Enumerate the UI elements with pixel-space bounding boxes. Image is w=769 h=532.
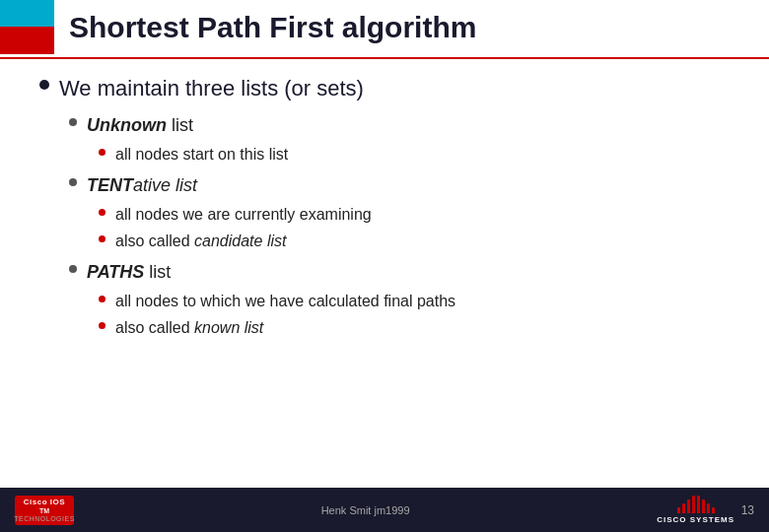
tentative-sub1-dot: [99, 209, 105, 216]
unknown-sub1-text: all nodes start on this list: [115, 143, 288, 166]
tentative-sub1-text: all nodes we are currently examining: [115, 203, 372, 227]
tentative-sub1: all nodes we are currently examining: [99, 203, 749, 227]
bottom-bar: Cisco IOS TM TECHNOLOGIES Henk Smit jm19…: [0, 488, 769, 532]
technologies-text: TECHNOLOGIES: [14, 515, 75, 522]
bridge-bar-6: [702, 499, 705, 513]
slide: Shortest Path First algorithm We maintai…: [0, 0, 769, 532]
section-unknown: Unknown list all nodes start on this lis…: [39, 112, 749, 166]
accent-top-blue: [0, 0, 54, 27]
bridge-bar-5: [697, 496, 700, 513]
unknown-dot: [69, 118, 77, 126]
accent-bottom-red: [0, 27, 54, 54]
footer-copyright: Henk Smit jm1999: [74, 504, 657, 516]
paths-dot: [69, 265, 77, 273]
copyright-text: Henk Smit jm1999: [321, 504, 410, 516]
cisco-ios-logo: Cisco IOS TM TECHNOLOGIES: [15, 496, 74, 525]
paths-sub2-dot: [99, 322, 105, 329]
bridge-bar-1: [677, 507, 680, 513]
bridge-bar-2: [682, 503, 685, 513]
paths-sub1: all nodes to which we have calculated fi…: [99, 290, 749, 313]
tentative-sub2: also called candidate list: [99, 230, 749, 253]
tentative-label: TENTative list: [87, 172, 197, 199]
tm-symbol: TM: [39, 507, 49, 514]
bridge-bar-7: [707, 503, 710, 513]
cisco-text: Cisco IOS: [24, 498, 65, 506]
cisco-bridge-icon: [677, 496, 715, 513]
paths-sub1-dot: [99, 296, 105, 302]
bridge-bar-8: [712, 507, 715, 513]
cisco-systems-logo: CISCO SYSTEMS: [657, 496, 734, 524]
content-area: We maintain three lists (or sets) Unknow…: [39, 74, 749, 473]
main-bullet-dot: [39, 80, 49, 90]
bridge-bar-4: [692, 496, 695, 513]
tentative-sub2-text: also called candidate list: [115, 230, 286, 253]
page-number: 13: [734, 503, 754, 517]
left-accent-decoration: [0, 0, 54, 54]
paths-sub1-text: all nodes to which we have calculated fi…: [115, 290, 455, 313]
unknown-sub1: all nodes start on this list: [99, 143, 749, 166]
section-tentative: TENTative list all nodes we are currentl…: [39, 172, 749, 253]
slide-title: Shortest Path First algorithm: [69, 10, 749, 45]
paths-label: PATHS list: [87, 259, 171, 286]
bridge-bar-3: [687, 499, 690, 513]
unknown-sub1-dot: [99, 149, 105, 156]
section-paths: PATHS list all nodes to which we have ca…: [39, 259, 749, 340]
cisco-ios-inner: Cisco IOS TM TECHNOLOGIES: [14, 498, 75, 522]
paths-sub2: also called known list: [99, 316, 749, 340]
main-bullet: We maintain three lists (or sets): [39, 74, 749, 104]
unknown-bullet: Unknown list: [69, 112, 749, 139]
unknown-label: Unknown list: [87, 112, 193, 139]
cisco-systems-text: CISCO SYSTEMS: [657, 515, 734, 524]
tentative-bullet: TENTative list: [69, 172, 749, 199]
paths-sub2-text: also called known list: [115, 316, 263, 340]
divider-line: [0, 57, 769, 59]
tentative-sub2-dot: [99, 235, 105, 242]
cisco-ios-box: Cisco IOS TM TECHNOLOGIES: [15, 496, 74, 525]
main-bullet-text: We maintain three lists (or sets): [59, 74, 364, 104]
tentative-dot: [69, 178, 77, 186]
paths-bullet: PATHS list: [69, 259, 749, 286]
